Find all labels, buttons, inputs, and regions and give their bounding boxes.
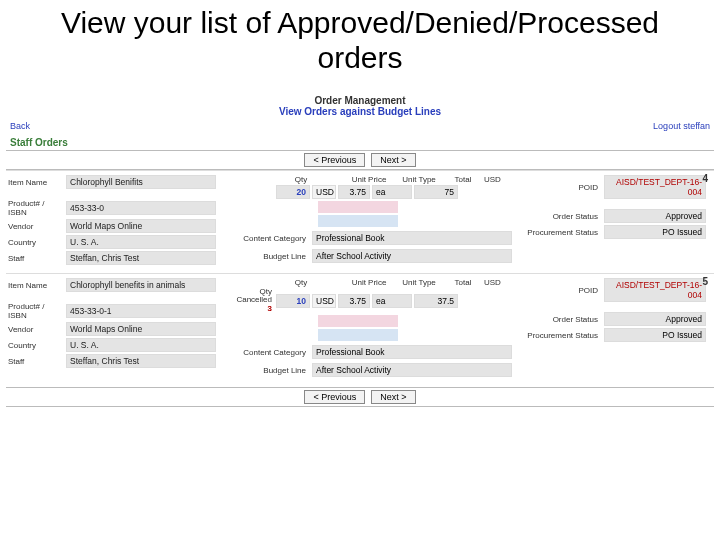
value-order-status: Approved (604, 209, 706, 223)
value-poid: AISD/TEST_DEPT-16-004 (604, 175, 706, 199)
header-qty: Qty (282, 175, 320, 184)
value-qty: 10 (276, 294, 310, 308)
next-button[interactable]: Next > (371, 153, 415, 167)
label-item-name: Item Name (6, 178, 66, 187)
value-staff: Steffan, Chris Test (66, 354, 216, 368)
prev-button[interactable]: < Previous (304, 390, 365, 404)
app-title: Order Management (6, 89, 714, 106)
logout-username: steffan (683, 121, 710, 131)
label-procurement-status: Procurement Status (518, 228, 604, 237)
label-product-isbn: Product# / ISBN (6, 302, 66, 320)
highlight-bar-blue (318, 215, 398, 227)
label-vendor: Vendor (6, 325, 66, 334)
value-qty-cancelled: 3 (222, 305, 272, 313)
highlight-bar-pink (318, 315, 398, 327)
value-total: 37.5 (414, 294, 458, 308)
pager-bottom: < Previous Next > (6, 387, 714, 407)
header-total-currency: USD (482, 175, 512, 184)
value-budget-line: After School Activity (312, 363, 512, 377)
value-currency: USD (312, 185, 336, 199)
value-currency: USD (312, 294, 336, 308)
value-unit-type: ea (372, 294, 412, 308)
value-order-status: Approved (604, 312, 706, 326)
header-qty: Qty (282, 278, 320, 287)
header-unit-price: Unit Price (344, 175, 394, 184)
value-item-name: Chlorophyll benefits in animals (66, 278, 216, 292)
order-index: 5 (702, 276, 708, 287)
app-subtitle: View Orders against Budget Lines (6, 106, 714, 119)
header-unit-type: Unit Type (394, 278, 444, 287)
value-unit-price: 3.75 (338, 294, 370, 308)
value-unit-price: 3.75 (338, 185, 370, 199)
qty-cancelled-block: Qty Cancelled 3 (222, 288, 276, 313)
label-vendor: Vendor (6, 222, 66, 231)
value-qty: 20 (276, 185, 310, 199)
label-item-name: Item Name (6, 281, 66, 290)
value-product-isbn: 453-33-0 (66, 201, 216, 215)
highlight-bar-pink (318, 201, 398, 213)
staff-orders-label: Staff Orders (6, 135, 714, 150)
label-product-isbn: Product# / ISBN (6, 199, 66, 217)
logout-label: Logout (653, 121, 683, 131)
order-card: 4 Item Name Chlorophyll Benifits Product… (6, 170, 714, 273)
label-budget-line: Budget Line (222, 252, 312, 261)
value-item-name: Chlorophyll Benifits (66, 175, 216, 189)
header-unit-price: Unit Price (344, 278, 394, 287)
logout-link[interactable]: Logout steffan (653, 121, 710, 131)
value-unit-type: ea (372, 185, 412, 199)
highlight-bar-blue (318, 329, 398, 341)
value-content-category: Professional Book (312, 345, 512, 359)
next-button[interactable]: Next > (371, 390, 415, 404)
value-country: U. S. A. (66, 338, 216, 352)
value-vendor: World Maps Online (66, 322, 216, 336)
label-staff: Staff (6, 357, 66, 366)
label-country: Country (6, 341, 66, 350)
label-content-category: Content Category (222, 348, 312, 357)
back-link[interactable]: Back (10, 121, 30, 131)
label-procurement-status: Procurement Status (518, 331, 604, 340)
label-qty-cancelled: Qty Cancelled (222, 288, 272, 305)
value-product-isbn: 453-33-0-1 (66, 304, 216, 318)
label-poid: POID (518, 286, 604, 295)
label-staff: Staff (6, 254, 66, 263)
value-procurement-status: PO Issued (604, 225, 706, 239)
label-budget-line: Budget Line (222, 366, 312, 375)
label-poid: POID (518, 183, 604, 192)
value-staff: Steffan, Chris Test (66, 251, 216, 265)
label-country: Country (6, 238, 66, 247)
value-poid: AISD/TEST_DEPT-16-004 (604, 278, 706, 302)
value-budget-line: After School Activity (312, 249, 512, 263)
value-country: U. S. A. (66, 235, 216, 249)
header-total-currency: USD (482, 278, 512, 287)
label-order-status: Order Status (518, 315, 604, 324)
order-card: 5 Item Name Chlorophyll benefits in anim… (6, 273, 714, 383)
header-total: Total (444, 175, 482, 184)
app-screenshot: Order Management View Orders against Bud… (0, 89, 720, 407)
value-total: 75 (414, 185, 458, 199)
prev-button[interactable]: < Previous (304, 153, 365, 167)
order-index: 4 (702, 173, 708, 184)
value-content-category: Professional Book (312, 231, 512, 245)
header-unit-type: Unit Type (394, 175, 444, 184)
slide-title: View your list of Approved/Denied/Proces… (0, 0, 720, 89)
pager-top: < Previous Next > (6, 150, 714, 170)
value-vendor: World Maps Online (66, 219, 216, 233)
header-total: Total (444, 278, 482, 287)
label-content-category: Content Category (222, 234, 312, 243)
label-order-status: Order Status (518, 212, 604, 221)
value-procurement-status: PO Issued (604, 328, 706, 342)
